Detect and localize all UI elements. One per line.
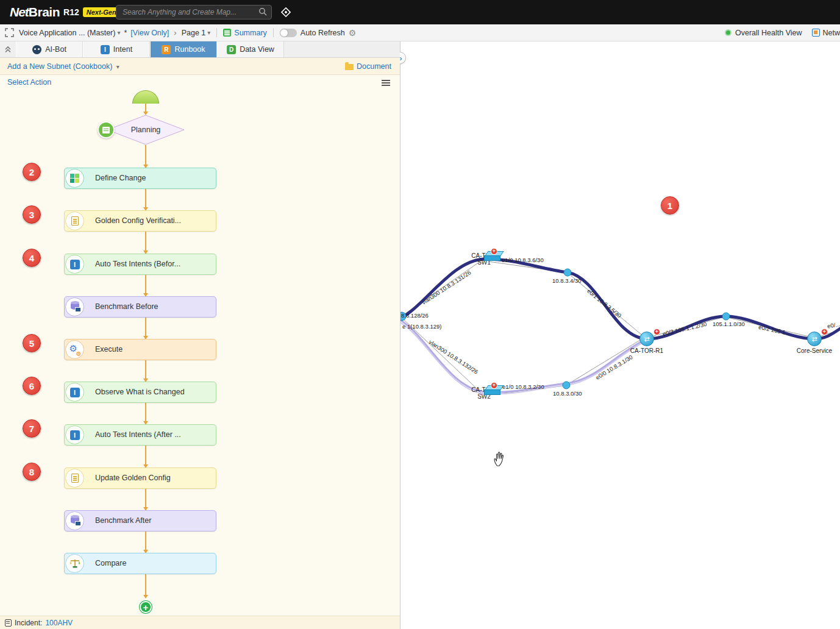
device-core-service[interactable]: + ⇄ Core-Service — [796, 332, 833, 354]
router-icon: ⇄ — [639, 332, 654, 346]
top-bar: Net Brain R12 Next-Gen — [0, 0, 840, 24]
tab-data-view[interactable]: D Data View — [217, 41, 284, 57]
incident-bar: Incident: 100AHV — [0, 616, 400, 629]
flow-start-node[interactable] — [132, 90, 159, 104]
node-label: Auto Test Intents (Befor... — [95, 254, 180, 274]
topology-links — [400, 58, 840, 629]
gear-icon[interactable]: ⚙ — [349, 28, 357, 38]
flow-connector — [145, 446, 146, 467]
divider — [216, 28, 217, 37]
auto-refresh-label: Auto Refresh — [301, 29, 345, 37]
flow-node-auto-test-intents-before[interactable]: I Auto Test Intents (Befor... — [64, 254, 216, 275]
link-label: 8.3.128/26 — [401, 312, 429, 319]
flow-node-planning[interactable]: Planning — [106, 115, 185, 145]
benchmark-database-icon — [65, 297, 84, 316]
runbook-panel: Add a New Subnet (Cookbook) ▾ Document S… — [0, 58, 400, 629]
document-button[interactable]: Document — [345, 62, 391, 71]
network-map[interactable]: » + CA-TOR-SW1 + CA-TOR-SW — [400, 41, 840, 629]
tab-ai-bot[interactable]: AI-Bot — [16, 41, 83, 57]
tab-runbook[interactable]: R Runbook — [150, 41, 217, 57]
tab-label: AI-Bot — [45, 45, 66, 54]
netbrain-logo: Net Brain R12 Next-Gen — [10, 5, 120, 20]
view-only-label[interactable]: [View Only] — [130, 29, 169, 37]
node-label: Observe What is Changed — [95, 382, 185, 402]
planning-calendar-icon — [98, 121, 115, 138]
device-alert-icon: + — [491, 382, 497, 389]
add-step-button[interactable]: + — [140, 601, 152, 613]
device-ca-tor-sw2[interactable]: + CA-TOR-SW2 — [466, 385, 502, 400]
auto-refresh-toggle[interactable]: Auto Refresh ⚙ — [280, 28, 357, 38]
flow-node-observe-what-is-changed[interactable]: I Observe What is Changed — [64, 382, 216, 403]
select-action-link[interactable]: Select Action — [7, 78, 51, 87]
link-label: 105.1.1.0/30 — [713, 321, 745, 327]
global-search[interactable] — [116, 5, 272, 20]
link-label: e 1(10.8.3.129) — [402, 323, 441, 330]
node-label: Golden Config Verificati... — [95, 211, 181, 231]
step-badge-1: 1 — [661, 196, 679, 215]
flow-connector — [145, 531, 146, 553]
flow-node-compare[interactable]: Compare — [64, 553, 216, 574]
divider — [273, 28, 274, 37]
link-label: e1/0 10.8.3.6/30 — [502, 257, 544, 263]
chevron-down-icon[interactable]: ▾ — [207, 29, 210, 36]
incident-id-link[interactable]: 100AHV — [45, 619, 73, 627]
node-label: Update Golden Config — [95, 468, 171, 488]
toggle-switch[interactable] — [280, 29, 297, 37]
runbook-header: Add a New Subnet (Cookbook) ▾ Document — [0, 58, 400, 75]
network-menu[interactable]: Netw — [802, 29, 840, 37]
flow-connector — [145, 145, 146, 168]
network-icon — [812, 29, 820, 37]
device-alert-icon: + — [491, 248, 497, 255]
flow-node-benchmark-before[interactable]: Benchmark Before — [64, 296, 216, 318]
benchmark-database-icon — [65, 511, 84, 530]
flow-connector — [145, 104, 146, 115]
overall-health-view[interactable]: Overall Health View — [725, 29, 802, 37]
intent-icon: I — [65, 255, 84, 274]
flow-node-update-golden-config[interactable]: Update Golden Config — [64, 467, 216, 489]
flow-node-execute[interactable]: ⚙⚙ Execute — [64, 339, 216, 360]
map-title[interactable]: Voice Application ... (Master) ▾ — [19, 29, 120, 37]
device-ca-tor-sw1[interactable]: + CA-TOR-SW1 — [466, 251, 502, 266]
node-label: Execute — [95, 339, 123, 360]
planning-label: Planning — [106, 115, 185, 145]
flow-node-auto-test-intents-after[interactable]: I Auto Test Intents (After ... — [64, 424, 216, 446]
menu-icon[interactable] — [382, 80, 390, 86]
step-badge-5: 5 — [23, 334, 41, 352]
tab-label: Intent — [113, 45, 132, 54]
flow-connector — [145, 403, 146, 424]
page-selector[interactable]: Page 1 ▾ — [182, 29, 211, 37]
device-alert-icon: + — [821, 329, 828, 335]
breadcrumb-caret-icon: › — [174, 28, 176, 37]
flow-connector — [145, 275, 146, 296]
search-input[interactable] — [116, 5, 272, 20]
router-icon: ⇄ — [807, 332, 822, 346]
hand-cursor-icon — [492, 451, 505, 469]
summary-button[interactable]: Summary — [223, 29, 266, 37]
flow-connector — [145, 360, 146, 382]
cookbook-title: Add a New Subnet (Cookbook) — [7, 62, 112, 71]
chevron-down-icon[interactable]: ▾ — [116, 63, 119, 70]
flow-node-benchmark-after[interactable]: Benchmark After — [64, 510, 216, 531]
health-status-icon — [725, 29, 731, 36]
map-toolbar: Voice Application ... (Master) ▾ * [View… — [0, 24, 840, 41]
intent-icon: I — [65, 425, 84, 444]
search-icon[interactable] — [258, 7, 268, 19]
cookbook-selector[interactable]: Add a New Subnet (Cookbook) ▾ — [7, 62, 119, 71]
compare-scales-icon — [65, 554, 84, 573]
flow-node-golden-config-verification[interactable]: Golden Config Verificati... — [64, 210, 216, 232]
router-arrows-glyph: ⇄ — [644, 335, 649, 343]
incident-icon — [5, 619, 12, 627]
flow-connector — [145, 232, 146, 254]
fit-screen-icon[interactable] — [5, 28, 14, 37]
chevron-down-icon[interactable]: ▾ — [117, 29, 120, 36]
step-badge-7: 7 — [23, 419, 41, 438]
create-map-icon[interactable] — [280, 6, 292, 21]
overall-health-label: Overall Health View — [735, 29, 802, 37]
collapse-panel-icon[interactable] — [0, 41, 16, 57]
link-label: e1/0 10.8.3.2/30 — [502, 383, 544, 390]
flow-node-define-change[interactable]: Define Change — [64, 168, 216, 189]
device-label: Core-Service — [796, 347, 833, 354]
logo-brain-text: Brain — [29, 5, 60, 20]
device-ca-tor-r1[interactable]: + ⇄ CA-TOR-R1 — [628, 332, 665, 354]
tab-intent[interactable]: I Intent — [83, 41, 150, 57]
